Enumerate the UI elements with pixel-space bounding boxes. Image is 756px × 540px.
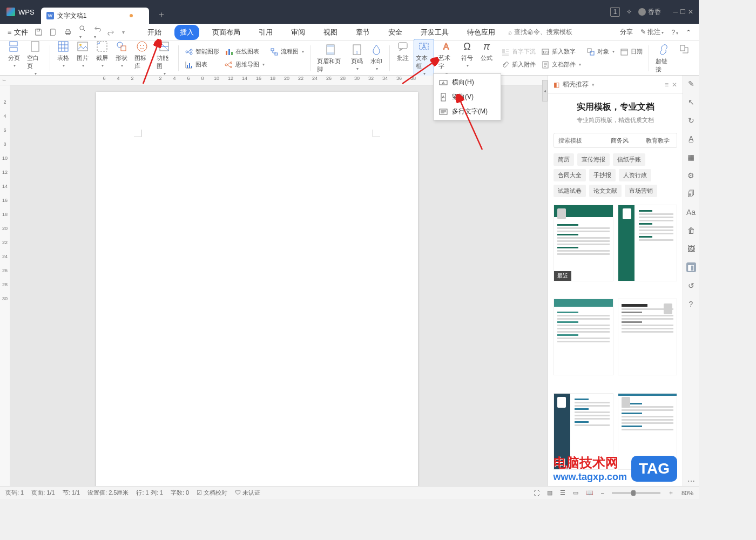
rail-options-icon[interactable]: ⚙ (686, 171, 696, 180)
template-search-field[interactable] (558, 137, 596, 144)
template-tag[interactable]: 市场营销 (625, 185, 657, 197)
chevron-down-icon[interactable]: ▾ (592, 82, 595, 87)
status-setval[interactable]: 设置值: 2.5厘米 (87, 489, 129, 497)
template-tab-business[interactable]: 商务风 (600, 133, 638, 147)
status-view-read-icon[interactable]: 📖 (586, 489, 593, 496)
status-rowcol[interactable]: 行: 1 列: 1 (136, 489, 163, 497)
formula-button[interactable]: π公式 (478, 39, 495, 63)
zoom-out-button[interactable]: − (601, 490, 604, 496)
review-button[interactable]: ✎ 批注 (640, 28, 664, 37)
template-tag[interactable]: 人资行政 (619, 169, 651, 181)
crossref-button[interactable] (676, 42, 693, 57)
template-tab-education[interactable]: 教育教学 (639, 133, 677, 147)
smart-shape-button[interactable]: 智能图形 (183, 46, 221, 57)
zoom-in-button[interactable]: ＋ (668, 489, 674, 497)
status-proofing[interactable]: ☑ 文档校对 (197, 489, 227, 497)
redo-button[interactable] (107, 28, 116, 36)
page-number-button[interactable]: 1页码 (348, 42, 366, 72)
new-tab-button[interactable]: ＋ (153, 6, 170, 23)
date-button[interactable]: 日期 (618, 46, 644, 57)
collapse-ribbon-button[interactable]: ⌃ (686, 29, 691, 36)
doc-parts-button[interactable]: 文档部件 (539, 59, 583, 70)
rail-textwrap-icon[interactable]: A̲ (686, 134, 696, 144)
picture-button[interactable]: 图片 (74, 39, 91, 69)
rail-image-icon[interactable]: 🖼 (686, 244, 696, 254)
close-button[interactable]: ✕ (688, 8, 693, 16)
menu-tab-3[interactable]: 引用 (253, 25, 278, 40)
flowchart-button[interactable]: 流程图 (268, 46, 306, 57)
file-menu-button[interactable]: ≡ 文件 (8, 28, 28, 37)
skin-icon[interactable]: ✧ (626, 8, 632, 16)
panel-close-icon[interactable]: ✕ (672, 81, 677, 89)
user-button[interactable]: 香香 (638, 8, 661, 17)
shape-button[interactable]: 形状 (113, 39, 130, 69)
rail-docer-icon[interactable]: ◧ (686, 262, 696, 272)
template-thumbnail[interactable] (554, 299, 613, 375)
panel-settings-icon[interactable]: ≡ (665, 81, 669, 89)
rail-help-icon[interactable]: ? (686, 299, 696, 309)
rail-table-icon[interactable]: ▦ (686, 152, 696, 162)
status-view-web-icon[interactable]: ▭ (573, 489, 578, 496)
rail-format-icon[interactable]: ✎ (686, 79, 696, 89)
blank-page-button[interactable]: 空白页 (25, 39, 45, 77)
template-thumbnail[interactable] (618, 299, 678, 375)
textbox-horizontal-item[interactable]: A 横向(H) (434, 75, 501, 90)
template-tag[interactable]: 信纸手账 (613, 153, 645, 166)
status-fullscreen-icon[interactable]: ⛶ (534, 490, 539, 496)
symbol-button[interactable]: Ω符号 (458, 39, 476, 69)
template-tag[interactable]: 论文文献 (589, 185, 622, 197)
insert-attachment-button[interactable]: 插入附件 (500, 59, 537, 70)
rail-clipboard-icon[interactable]: 🗐 (686, 189, 696, 199)
rail-more-icon[interactable]: ⋯ (686, 476, 696, 486)
document-page[interactable] (96, 92, 418, 499)
watermark-button[interactable]: 水印 (368, 42, 385, 72)
save-icon[interactable] (35, 28, 43, 36)
screenshot-button[interactable]: 截屏 (93, 39, 111, 69)
share-button[interactable]: 分享 (620, 28, 633, 37)
template-search-input[interactable] (554, 133, 600, 147)
qa-dropdown[interactable]: ▾ (122, 29, 125, 35)
panel-collapse-button[interactable]: ◂ (542, 80, 548, 102)
document-tab[interactable]: W 文字文稿1 (41, 8, 149, 24)
template-tag[interactable]: 手抄报 (589, 169, 616, 181)
status-view-page-icon[interactable]: ▤ (547, 489, 552, 496)
menu-tab-2[interactable]: 页面布局 (207, 25, 246, 40)
chart-button[interactable]: 图表 (183, 59, 221, 70)
template-thumbnail[interactable] (618, 205, 678, 281)
help-button[interactable]: ? (671, 29, 678, 36)
menu-tab-5[interactable]: 视图 (318, 25, 343, 40)
rail-delete-icon[interactable]: 🗑 (686, 226, 696, 235)
status-page[interactable]: 页面: 1/1 (31, 489, 55, 497)
rail-refresh-icon[interactable]: ↻ (686, 116, 696, 125)
zoom-slider[interactable] (612, 492, 660, 494)
status-auth[interactable]: 🛡 未认证 (235, 489, 260, 497)
table-button[interactable]: 表格 (55, 39, 72, 69)
template-tag[interactable]: 宣传海报 (577, 153, 610, 166)
vertical-ruler[interactable]: 24681012141618202224262830 (0, 85, 10, 486)
object-button[interactable]: 对象 (585, 46, 616, 57)
status-section[interactable]: 节: 1/1 (63, 489, 80, 497)
online-chart-button[interactable]: 在线图表 (223, 46, 266, 57)
rail-styles-icon[interactable]: Aa (686, 207, 696, 217)
status-page-no[interactable]: 页码: 1 (5, 489, 24, 497)
ruler-tab-icon[interactable]: ⌙ (2, 77, 6, 83)
saveas-icon[interactable] (49, 28, 57, 36)
minimize-button[interactable]: ─ (673, 8, 678, 16)
menu-tab-6[interactable]: 章节 (350, 25, 375, 40)
rail-history-icon[interactable]: ↺ (686, 281, 696, 291)
rail-select-icon[interactable]: ↖ (686, 97, 696, 107)
hyperlink-button[interactable]: 超链接 (653, 42, 674, 75)
template-tag[interactable]: 简历 (554, 153, 574, 166)
template-tag[interactable]: 合同大全 (554, 169, 586, 181)
app-logo[interactable]: WPS (0, 8, 41, 16)
command-search[interactable]: ⌕ 查找命令、搜索模板 (508, 28, 572, 37)
badge-number[interactable]: 1 (610, 7, 620, 17)
template-tag[interactable]: 试题试卷 (554, 185, 586, 197)
print-icon[interactable] (64, 28, 72, 36)
mindmap-button[interactable]: 思维导图 (223, 59, 266, 70)
insert-number-button[interactable]: 123插入数字 (539, 46, 583, 57)
page-break-button[interactable]: 分页 (5, 39, 23, 69)
header-footer-button[interactable]: 页眉和页脚 (315, 42, 346, 75)
menu-tab-4[interactable]: 审阅 (286, 25, 310, 40)
status-wordcount[interactable]: 字数: 0 (171, 489, 189, 497)
